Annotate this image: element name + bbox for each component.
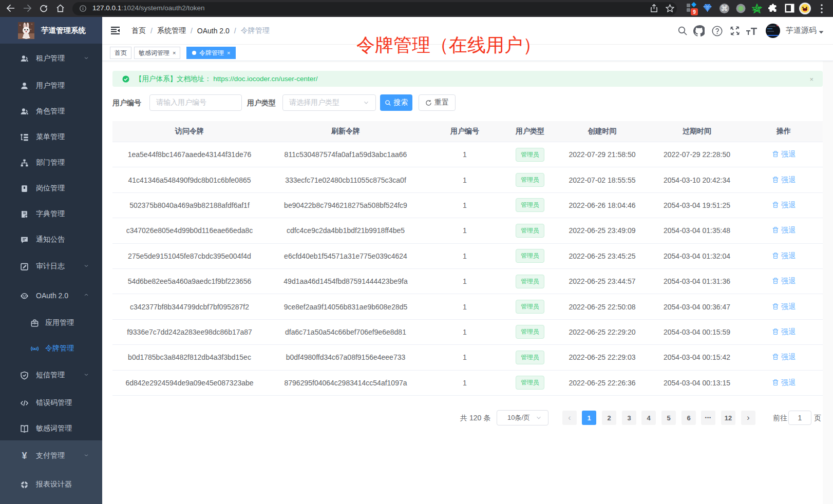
svg-text:a: a — [33, 346, 36, 351]
svg-text:9: 9 — [693, 9, 696, 15]
